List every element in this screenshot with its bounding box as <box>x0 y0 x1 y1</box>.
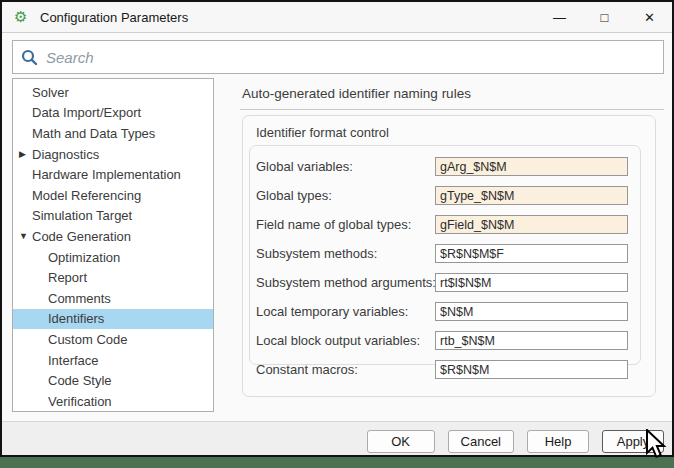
gear-icon: ⚙ <box>14 9 30 25</box>
sidebar-item-model-referencing[interactable]: Model Referencing <box>13 185 213 206</box>
settings-tree: Solver Data Import/Export Math and Data … <box>12 78 214 412</box>
constant-macros-input[interactable] <box>435 360 628 379</box>
field-row: Local block output variables: <box>256 326 628 355</box>
sidebar-item-code-generation[interactable]: ▼Code Generation <box>13 226 213 247</box>
page-title: Auto-generated identifier naming rules <box>242 86 664 101</box>
apply-button[interactable]: Apply <box>602 430 664 453</box>
footer-bar: OK Cancel Help Apply <box>2 421 672 455</box>
field-row: Local temporary variables: <box>256 297 628 326</box>
sidebar-item-label: Solver <box>32 85 69 100</box>
sidebar-item-label: Code Generation <box>32 229 131 244</box>
field-label: Global variables: <box>256 159 435 174</box>
field-row: Subsystem methods: <box>256 239 628 268</box>
field-label: Constant macros: <box>256 362 435 377</box>
sidebar-item-label: Data Import/Export <box>32 105 141 120</box>
sidebar-item-label: Verification <box>48 394 112 409</box>
help-button[interactable]: Help <box>527 430 589 453</box>
sidebar-item-report[interactable]: Report <box>13 267 213 288</box>
field-row: Global variables: <box>256 152 628 181</box>
field-label: Field name of global types: <box>256 217 435 232</box>
field-row: Subsystem method arguments: <box>256 268 628 297</box>
field-name-of-global-types-input[interactable] <box>435 215 628 234</box>
sidebar-item-hardware-implementation[interactable]: Hardware Implementation <box>13 164 213 185</box>
field-label: Global types: <box>256 188 435 203</box>
sidebar-item-label: Custom Code <box>48 332 127 347</box>
maximize-button[interactable]: □ <box>582 2 627 32</box>
group-title: Identifier format control <box>256 125 389 140</box>
title-bar[interactable]: ⚙ Configuration Parameters — □ ✕ <box>2 2 672 33</box>
local-block-output-variables-input[interactable] <box>435 331 628 350</box>
search-input[interactable] <box>44 48 663 67</box>
field-label: Subsystem method arguments: <box>256 275 435 290</box>
ok-button[interactable]: OK <box>367 430 435 453</box>
subsystem-methods-input[interactable] <box>435 244 628 263</box>
cancel-button[interactable]: Cancel <box>448 430 514 453</box>
field-label: Local temporary variables: <box>256 304 435 319</box>
maximize-icon: □ <box>601 10 609 25</box>
search-icon <box>21 49 38 66</box>
sidebar-item-label: Interface <box>48 353 99 368</box>
sidebar-item-label: Identifiers <box>48 311 104 326</box>
close-icon: ✕ <box>644 10 655 25</box>
sidebar-item-comments[interactable]: Comments <box>13 288 213 309</box>
sidebar-item-label: Diagnostics <box>32 147 99 162</box>
window-title: Configuration Parameters <box>40 10 188 25</box>
window-controls: — □ ✕ <box>537 2 672 32</box>
minimize-icon: — <box>553 10 566 25</box>
sidebar-item-label: Code Style <box>48 373 112 388</box>
sidebar-item-diagnostics[interactable]: ▶Diagnostics <box>13 144 213 165</box>
sidebar-item-interface[interactable]: Interface <box>13 350 213 371</box>
sidebar-item-solver[interactable]: Solver <box>13 82 213 103</box>
subsystem-method-arguments-input[interactable] <box>435 273 628 292</box>
sidebar-item-custom-code[interactable]: Custom Code <box>13 329 213 350</box>
sidebar-item-label: Math and Data Types <box>32 126 155 141</box>
field-row: Constant macros: <box>256 355 628 384</box>
main-panel: Auto-generated identifier naming rules I… <box>240 78 664 397</box>
sidebar-item-identifiers[interactable]: Identifiers <box>13 309 213 330</box>
sidebar-item-math-and-data-types[interactable]: Math and Data Types <box>13 123 213 144</box>
expanded-arrow-icon[interactable]: ▼ <box>19 231 32 241</box>
dialog-buttons: OK Cancel Help Apply <box>367 430 664 453</box>
field-label: Local block output variables: <box>256 333 435 348</box>
global-variables-input[interactable] <box>435 157 628 176</box>
configuration-parameters-dialog: ⚙ Configuration Parameters — □ ✕ Solver … <box>0 0 674 457</box>
local-temporary-variables-input[interactable] <box>435 302 628 321</box>
collapsed-arrow-icon[interactable]: ▶ <box>19 149 32 159</box>
sidebar-item-optimization[interactable]: Optimization <box>13 247 213 268</box>
field-row: Global types: <box>256 181 628 210</box>
sidebar-item-verification[interactable]: Verification <box>13 391 213 412</box>
sidebar-item-label: Optimization <box>48 250 120 265</box>
identifier-format-control-group: Identifier format control Global variabl… <box>242 115 656 397</box>
minimize-button[interactable]: — <box>537 2 582 32</box>
sidebar-item-data-import-export[interactable]: Data Import/Export <box>13 103 213 124</box>
sidebar-item-label: Hardware Implementation <box>32 167 181 182</box>
identifier-fields-box: Global variables: Global types: Field na… <box>249 145 641 365</box>
screen: ⚙ Configuration Parameters — □ ✕ Solver … <box>0 0 674 468</box>
sidebar-item-code-style[interactable]: Code Style <box>13 370 213 391</box>
sidebar-item-simulation-target[interactable]: Simulation Target <box>13 206 213 227</box>
sidebar-item-label: Comments <box>48 291 111 306</box>
field-row: Field name of global types: <box>256 210 628 239</box>
sidebar-item-label: Simulation Target <box>32 208 132 223</box>
close-button[interactable]: ✕ <box>627 2 672 32</box>
field-label: Subsystem methods: <box>256 246 435 261</box>
global-types-input[interactable] <box>435 186 628 205</box>
sidebar-item-label: Report <box>48 270 87 285</box>
sidebar-item-label: Model Referencing <box>32 188 141 203</box>
search-box[interactable] <box>12 40 664 74</box>
heading-separator <box>240 109 664 110</box>
